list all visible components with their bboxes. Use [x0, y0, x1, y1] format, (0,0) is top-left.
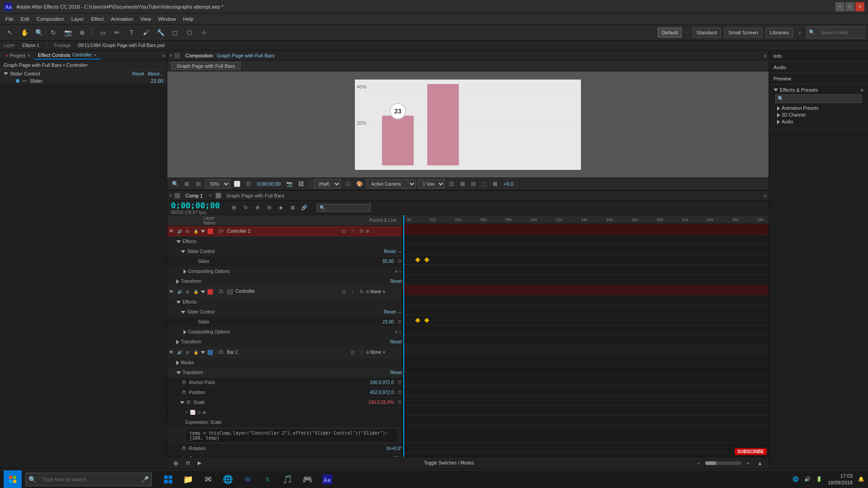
layer-24-sw3[interactable]: fx — [358, 227, 366, 235]
viewer-layout-3[interactable]: ⊟ — [468, 179, 478, 188]
taskbar-network[interactable]: 🌐 — [793, 476, 799, 482]
comp-options-25-plus[interactable]: + — [395, 329, 398, 335]
tool-puppet[interactable]: ⊹ — [198, 26, 210, 39]
menu-help[interactable]: Help — [179, 15, 197, 23]
layer-26-expand[interactable] — [201, 351, 205, 354]
comp-options-24-expand[interactable] — [184, 269, 186, 274]
tl-frame-advance[interactable]: ▲ — [755, 458, 765, 468]
tool-rect[interactable]: ▭ — [96, 26, 109, 39]
layer-26-vis[interactable]: 👁 — [167, 350, 175, 355]
tool-camera[interactable]: 📷 — [61, 26, 74, 39]
tool-pan-behind[interactable]: ⊕ — [76, 26, 89, 39]
comp-options-25-minus[interactable]: − — [399, 329, 402, 335]
3d-channel-item[interactable]: 3D Channel — [777, 113, 860, 117]
viewer-layout-1[interactable]: ⊡ — [447, 179, 457, 188]
taskbar-app-word[interactable]: W — [239, 470, 257, 488]
viewer-snapshot[interactable]: 📷 — [284, 179, 294, 188]
tl-tab2-close[interactable]: ✕ — [208, 193, 212, 198]
maximize-button[interactable]: □ — [845, 2, 854, 11]
viewer-grid[interactable]: ⊞ — [182, 179, 192, 188]
effects-25-expand[interactable] — [176, 301, 181, 304]
anchor-stopwatch[interactable]: ⏱ — [182, 380, 189, 385]
taskbar-volume[interactable]: 🔊 — [804, 476, 811, 482]
layer-26-sw1[interactable]: ⊡ — [349, 348, 357, 357]
comp-viewer-menu[interactable]: ≡ — [764, 53, 767, 58]
tab-effect-controls[interactable]: Effect Controls Controller ✕ — [34, 52, 101, 60]
slider-25-watch[interactable]: ⏱ — [397, 319, 402, 324]
scale-26-expand[interactable] — [180, 401, 184, 404]
viewer-guides[interactable]: ⊟ — [193, 179, 203, 188]
layer-25-lock[interactable]: 🔒 — [192, 290, 200, 294]
layer-24-sw2[interactable]: / — [349, 227, 357, 235]
transform-26-expand[interactable] — [176, 371, 181, 374]
menu-composition[interactable]: Composition — [33, 15, 68, 23]
layer-26-lock[interactable]: 🔒 — [192, 350, 200, 355]
slider-control-24-reset[interactable]: Reset — [384, 249, 396, 254]
subscribe-badge[interactable]: SUBSCRIBE — [735, 448, 767, 455]
expr-snippet-icon[interactable]: ◈ — [203, 410, 206, 415]
animation-presets-item[interactable]: Animation Presets — [777, 106, 860, 111]
slider-value[interactable]: 23.00 — [151, 78, 163, 84]
tl-tab-close-btn[interactable]: ✕ — [169, 193, 173, 198]
layer-26-audio[interactable]: 🔊 — [175, 350, 184, 355]
slider-24-stopwatch[interactable]: ⏱ — [397, 259, 402, 264]
tl-tool-6[interactable]: ⊠ — [288, 203, 297, 213]
viewer-pixel[interactable]: ⊡ — [244, 179, 254, 188]
start-button[interactable] — [4, 470, 22, 488]
tool-text[interactable]: T — [125, 26, 138, 39]
layer-26-solo[interactable]: ⊙ — [184, 350, 192, 355]
tab-project[interactable]: ● Project ✕ — [2, 52, 34, 59]
layer-24-expand[interactable] — [201, 230, 205, 233]
position-link[interactable]: ⏱ — [397, 390, 402, 395]
masks-26-expand[interactable] — [176, 361, 179, 365]
info-title[interactable]: Info — [774, 53, 863, 59]
scale-stopwatch[interactable]: ⏱ — [186, 400, 193, 405]
layer-25-audio[interactable]: 🔊 — [175, 290, 184, 294]
slider-24-value[interactable]: 55.00 — [382, 259, 394, 264]
tl-zoom-out[interactable]: − — [693, 458, 703, 468]
tl-tool-3[interactable]: ⊕ — [252, 203, 262, 213]
transform-24-reset[interactable]: Reset — [390, 279, 402, 284]
effects-24-expand[interactable] — [176, 240, 181, 243]
layer-25-expand[interactable] — [201, 291, 205, 293]
viewer-show-snapshot[interactable]: 🖼 — [296, 179, 306, 188]
rotation-stopwatch[interactable]: ⏱ — [182, 446, 189, 451]
expr-enable-icon[interactable]: ⊙ — [197, 410, 201, 415]
tab-project-close[interactable]: ✕ — [27, 53, 31, 58]
taskbar-search-input[interactable] — [39, 473, 138, 486]
mic-icon[interactable]: 🎤 — [138, 476, 151, 483]
tab-comp1[interactable]: Comp 1 — [182, 192, 207, 199]
expr-graph-icon[interactable]: 📈 — [190, 410, 195, 415]
layer-25-solo[interactable]: ⊙ — [184, 290, 192, 294]
tl-bottom-1[interactable]: ⊕ — [171, 458, 181, 468]
viewer-layout-5[interactable]: ⊠ — [490, 179, 500, 188]
layer-25-sw1[interactable]: ⊡ — [340, 288, 348, 296]
taskbar-app-ae[interactable]: Ae — [318, 470, 336, 488]
viewer-quality-select[interactable]: (Half) (Full) — [314, 179, 341, 188]
layer-25-parent-arrow[interactable]: ▼ — [382, 290, 386, 294]
expression-code-box[interactable]: temp = thisComp.layer("Controller 2").ef… — [185, 428, 398, 443]
menu-animation[interactable]: Animation — [107, 15, 137, 23]
close-button[interactable]: ✕ — [855, 2, 864, 11]
slider-24-expand[interactable] — [181, 250, 185, 253]
tab-graph-page[interactable]: Graph Page with Full Bars — [223, 192, 288, 199]
menu-layer[interactable]: Layer — [68, 15, 88, 23]
tool-pen[interactable]: ✏ — [111, 26, 123, 39]
taskbar-app-explorer[interactable]: 📁 — [179, 470, 197, 488]
workspace-standard[interactable]: Standard — [693, 28, 721, 38]
tl-zoom-slider[interactable] — [705, 461, 741, 465]
layer-24-sw1[interactable]: ⊡ — [340, 227, 348, 235]
comp-options-25-expand[interactable] — [184, 330, 186, 334]
tl-bottom-3[interactable]: ▶ — [194, 458, 204, 468]
transform-25-reset[interactable]: Reset — [390, 339, 402, 344]
slider-control-expand[interactable] — [4, 72, 8, 75]
viewer-3d[interactable]: ⬡ — [343, 179, 353, 188]
tool-brush[interactable]: 🖌 — [140, 26, 152, 39]
viewer-layout-4[interactable]: ⬚ — [479, 179, 489, 188]
viewer-zoom-out[interactable]: 🔍 — [170, 179, 180, 188]
workspace-libraries[interactable]: Libraries — [766, 28, 793, 38]
slider-control-reset[interactable]: Reset — [132, 71, 144, 76]
viewer-layout-2[interactable]: ⊞ — [458, 179, 467, 188]
left-panel-menu[interactable]: ≡ — [162, 53, 165, 58]
menu-window[interactable]: Window — [155, 15, 179, 23]
